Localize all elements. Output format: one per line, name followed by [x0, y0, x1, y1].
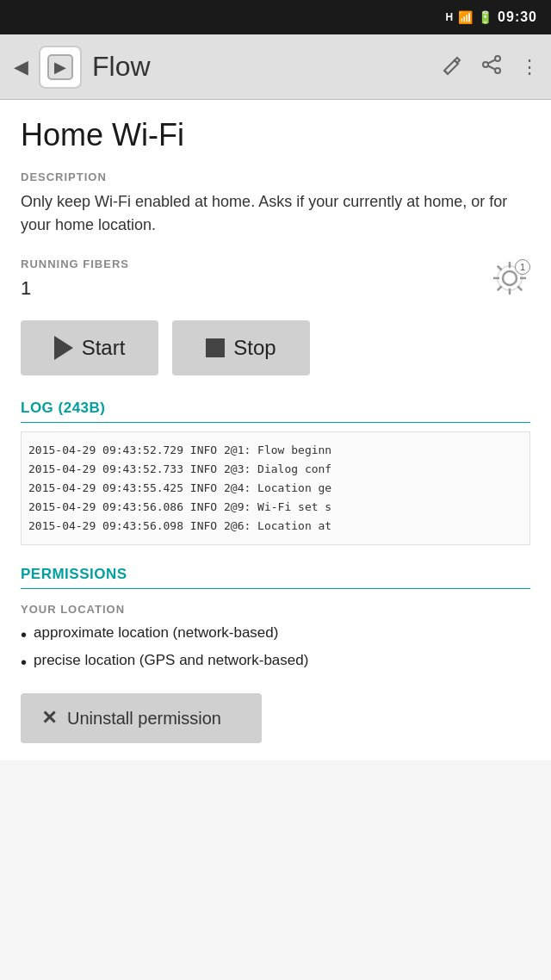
time-display: 09:30	[498, 9, 537, 25]
app-bar-title: Flow	[92, 51, 430, 83]
log-line-2: 2015-04-29 09:43:52.733 INFO 2@3: Dialog…	[28, 460, 523, 479]
svg-point-7	[503, 271, 517, 285]
uninstall-permission-button[interactable]: ✕ Uninstall permission	[21, 693, 262, 743]
stop-button[interactable]: Stop	[172, 320, 310, 375]
action-buttons: Start Stop	[21, 320, 530, 375]
more-options-icon[interactable]: ⋮	[520, 56, 537, 78]
permissions-header: PERMISSIONS	[21, 566, 530, 589]
app-logo-icon: ▶	[46, 53, 74, 81]
log-line-4: 2015-04-29 09:43:56.086 INFO 2@9: Wi-Fi …	[28, 498, 523, 517]
gear-settings-button[interactable]: 1	[489, 257, 530, 299]
permission-item-2: • precise location (GPS and network-base…	[21, 652, 530, 673]
stop-label: Stop	[233, 336, 276, 360]
svg-point-3	[483, 62, 488, 67]
main-content: Home Wi-Fi DESCRIPTION Only keep Wi-Fi e…	[0, 100, 551, 760]
play-icon	[54, 336, 73, 360]
battery-icon: 🔋	[478, 10, 492, 24]
svg-line-5	[488, 59, 495, 63]
permission-group-label: YOUR LOCATION	[21, 603, 530, 616]
log-line-5: 2015-04-29 09:43:56.098 INFO 2@6: Locati…	[28, 517, 523, 536]
log-line-1: 2015-04-29 09:43:52.729 INFO 2@1: Flow b…	[28, 441, 523, 460]
permission-list: • approximate location (network-based) •…	[21, 624, 530, 673]
h-network-badge: H	[445, 11, 453, 23]
bullet-icon-1: •	[21, 624, 27, 645]
description-text: Only keep Wi-Fi enabled at home. Asks if…	[21, 190, 530, 237]
log-line-3: 2015-04-29 09:43:55.425 INFO 2@4: Locati…	[28, 479, 523, 498]
log-box[interactable]: 2015-04-29 09:43:52.729 INFO 2@1: Flow b…	[21, 431, 530, 545]
description-label: DESCRIPTION	[21, 171, 530, 183]
permission-text-2: precise location (GPS and network-based)	[34, 652, 308, 669]
running-fibers-label: RUNNING FIBERS	[21, 257, 530, 270]
start-label: Start	[82, 336, 126, 360]
permission-text-1: approximate location (network-based)	[34, 624, 278, 642]
app-icon: ▶	[39, 46, 82, 89]
svg-point-2	[495, 56, 500, 61]
svg-point-4	[495, 68, 500, 73]
bullet-icon-2: •	[21, 652, 27, 673]
share-icon[interactable]	[480, 53, 503, 81]
back-arrow-icon: ◀	[14, 56, 28, 78]
back-button[interactable]: ◀	[14, 56, 28, 78]
stop-icon	[206, 338, 225, 357]
svg-text:▶: ▶	[54, 59, 66, 76]
app-bar: ◀ ▶ Flow ⋮	[0, 34, 551, 100]
uninstall-label: Uninstall permission	[67, 709, 221, 729]
gear-badge-number: 1	[515, 259, 530, 275]
status-icons: H 📶 🔋 09:30	[445, 9, 537, 25]
svg-line-6	[488, 65, 495, 69]
status-bar: H 📶 🔋 09:30	[0, 0, 551, 34]
signal-icon: 📶	[458, 10, 473, 24]
log-header: LOG (243B)	[21, 400, 530, 423]
edit-icon[interactable]	[441, 53, 463, 81]
flow-title: Home Wi-Fi	[21, 117, 530, 153]
running-fibers-value: 1	[21, 277, 530, 300]
running-fibers-section: RUNNING FIBERS 1 1	[21, 257, 530, 300]
permission-item-1: • approximate location (network-based)	[21, 624, 530, 645]
x-icon: ✕	[41, 707, 57, 729]
app-bar-actions: ⋮	[441, 53, 537, 81]
start-button[interactable]: Start	[21, 320, 158, 375]
